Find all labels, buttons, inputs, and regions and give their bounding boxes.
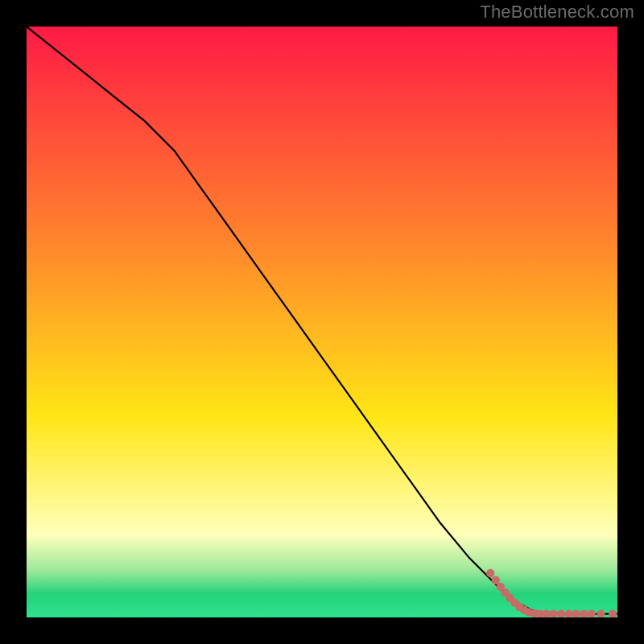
gradient-bg bbox=[27, 27, 617, 617]
chart-svg bbox=[27, 27, 617, 617]
plot-area bbox=[27, 27, 617, 617]
data-marker bbox=[486, 569, 494, 577]
watermark-text: TheBottleneck.com bbox=[480, 2, 634, 23]
chart-frame: TheBottleneck.com bbox=[0, 0, 644, 644]
